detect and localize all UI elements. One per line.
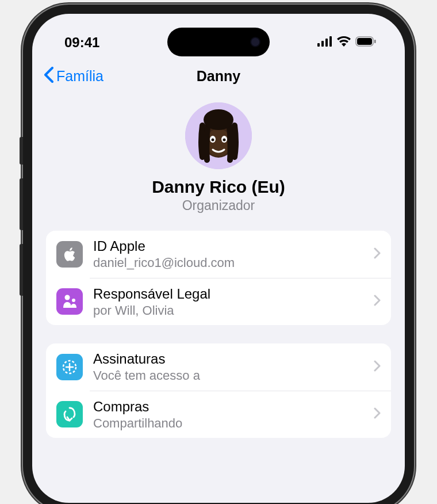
dynamic-island bbox=[167, 28, 270, 56]
svg-point-16 bbox=[72, 299, 75, 302]
page-title: Danny bbox=[197, 68, 240, 85]
guardian-row[interactable]: Responsável Legal por Will, Olivia bbox=[46, 278, 391, 326]
battery-icon bbox=[355, 36, 376, 49]
row-text: ID Apple daniel_rico1@icloud.com bbox=[93, 238, 369, 271]
row-title: Responsável Legal bbox=[93, 285, 369, 303]
account-group: ID Apple daniel_rico1@icloud.com Respons… bbox=[46, 231, 391, 325]
profile-role: Organizador bbox=[182, 198, 255, 213]
svg-point-13 bbox=[223, 139, 226, 142]
cellular-signal-icon bbox=[317, 36, 332, 49]
chevron-right-icon bbox=[374, 359, 381, 375]
wifi-icon bbox=[337, 36, 351, 49]
subscriptions-row[interactable]: Assinaturas Você tem acesso a bbox=[46, 343, 391, 391]
purchases-icon bbox=[56, 401, 83, 427]
guardian-icon bbox=[56, 288, 83, 315]
chevron-right-icon bbox=[374, 246, 381, 262]
row-text: Responsável Legal por Will, Olivia bbox=[93, 285, 369, 319]
phone-screen: 09:41 Família Danny bbox=[32, 14, 405, 503]
svg-rect-0 bbox=[317, 43, 320, 47]
row-subtitle: Você tem acesso a bbox=[93, 368, 369, 384]
row-subtitle: por Will, Olivia bbox=[93, 303, 369, 319]
back-label: Família bbox=[56, 68, 103, 85]
svg-point-15 bbox=[65, 295, 70, 300]
sharing-group: Assinaturas Você tem acesso a Compras Co… bbox=[46, 343, 391, 438]
back-button[interactable]: Família bbox=[44, 67, 103, 86]
chevron-right-icon bbox=[374, 406, 381, 422]
front-camera bbox=[250, 37, 260, 47]
profile-name: Danny Rico (Eu) bbox=[152, 177, 285, 197]
row-subtitle: Compartilhando bbox=[93, 415, 369, 432]
chevron-left-icon bbox=[44, 67, 54, 86]
row-subtitle: daniel_rico1@icloud.com bbox=[93, 255, 369, 271]
profile-section: Danny Rico (Eu) Organizador bbox=[32, 92, 405, 231]
row-text: Assinaturas Você tem acesso a bbox=[93, 350, 369, 384]
purchases-row[interactable]: Compras Compartilhando bbox=[46, 391, 391, 438]
side-buttons bbox=[20, 137, 23, 296]
row-title: Compras bbox=[93, 398, 369, 415]
phone-frame: 09:41 Família Danny bbox=[23, 5, 414, 504]
chevron-right-icon bbox=[374, 293, 381, 310]
avatar bbox=[185, 102, 252, 169]
svg-rect-1 bbox=[321, 41, 324, 47]
memoji-icon bbox=[185, 102, 252, 169]
status-icons bbox=[317, 36, 376, 49]
apple-logo-icon bbox=[56, 241, 83, 268]
status-time: 09:41 bbox=[64, 35, 99, 51]
svg-rect-6 bbox=[374, 40, 376, 43]
navigation-bar: Família Danny bbox=[32, 60, 405, 92]
apple-id-row[interactable]: ID Apple daniel_rico1@icloud.com bbox=[46, 231, 391, 278]
svg-rect-2 bbox=[325, 39, 328, 47]
svg-rect-5 bbox=[357, 38, 372, 45]
row-title: ID Apple bbox=[93, 238, 369, 255]
svg-point-12 bbox=[212, 139, 214, 142]
row-text: Compras Compartilhando bbox=[93, 398, 369, 432]
subscriptions-icon bbox=[56, 354, 83, 380]
svg-rect-3 bbox=[329, 36, 332, 47]
svg-point-14 bbox=[204, 109, 233, 130]
row-title: Assinaturas bbox=[93, 350, 369, 368]
